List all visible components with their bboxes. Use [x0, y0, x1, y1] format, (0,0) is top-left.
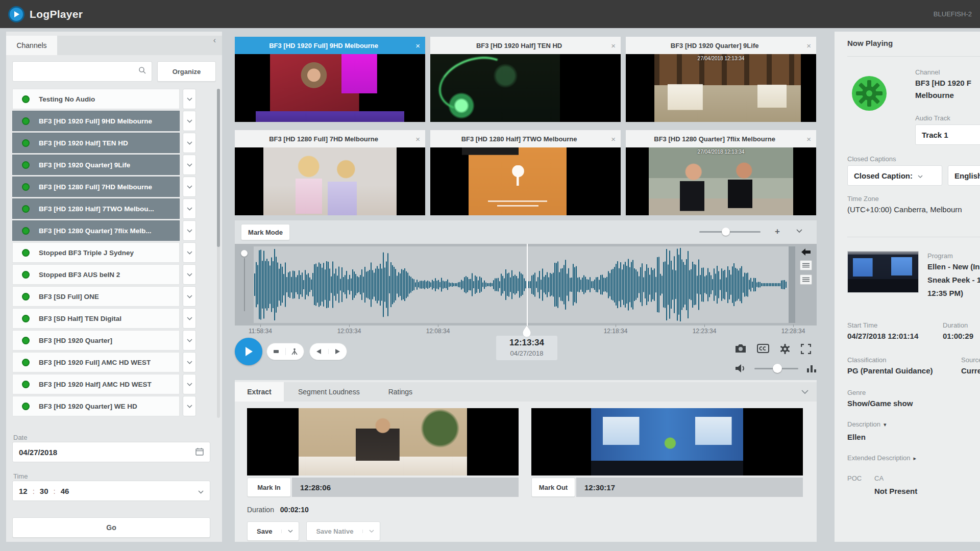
- channel-options-chevron-button[interactable]: [183, 374, 196, 394]
- save-native-chevron-down-icon[interactable]: [362, 530, 380, 533]
- channel-list-scrollbar[interactable]: [217, 89, 220, 418]
- channel-options-chevron-button[interactable]: [183, 352, 196, 372]
- close-icon[interactable]: ×: [608, 41, 616, 50]
- video-thumbnail[interactable]: [430, 54, 621, 122]
- tab-channels[interactable]: Channels: [6, 36, 57, 55]
- step-forward-icon[interactable]: [328, 349, 347, 354]
- channel-item[interactable]: BF3 [HD 1280 Full] 7HD Melbourne: [12, 177, 180, 197]
- video-thumbnail[interactable]: 27/04/2018 12:13:34: [626, 54, 816, 122]
- video-tile[interactable]: BF3 [HD 1920 Full] 9HD Melbourne×: [235, 37, 425, 122]
- channel-item[interactable]: BF3 [HD 1920 Full] AMC HD WEST: [12, 352, 180, 372]
- channel-options-chevron-button[interactable]: [183, 242, 196, 263]
- step-back-icon[interactable]: [310, 349, 328, 354]
- track-list-icon[interactable]: [800, 260, 812, 270]
- waveform-zoom-slider[interactable]: [699, 231, 761, 233]
- calendar-icon[interactable]: [195, 447, 204, 457]
- channel-options-chevron-button[interactable]: [183, 133, 196, 153]
- channel-options-chevron-button[interactable]: [183, 330, 196, 350]
- channel-item[interactable]: Testing No Audio: [12, 89, 180, 109]
- channel-item[interactable]: BF3 [HD 1920 Half] AMC HD WEST: [12, 374, 180, 394]
- audio-track-select[interactable]: Track 1: [915, 124, 980, 145]
- close-icon[interactable]: ×: [608, 135, 616, 143]
- closed-captions-select[interactable]: Closed Caption:: [847, 165, 942, 186]
- cc-language-select[interactable]: English: [948, 165, 980, 186]
- save-native-button[interactable]: Save Native: [306, 521, 380, 541]
- time-input[interactable]: 12 : 30 : 46: [12, 481, 210, 501]
- channel-options-chevron-button[interactable]: [183, 111, 196, 131]
- video-tile-header[interactable]: BF3 [HD 1280 Full] 7HD Melbourne×: [235, 130, 425, 147]
- channel-item[interactable]: BF3 [HD 1280 Quarter] 7flix Melb...: [12, 220, 180, 241]
- mark-in-button[interactable]: Mark In: [247, 478, 291, 497]
- time-minutes[interactable]: 30: [40, 487, 48, 495]
- video-tile-header[interactable]: BF3 [HD 1280 Quarter] 7flix Melbourne×: [626, 130, 816, 147]
- video-thumbnail[interactable]: [235, 54, 425, 122]
- video-tile[interactable]: BF3 [HD 1920 Half] TEN HD×: [430, 37, 621, 122]
- video-thumbnail[interactable]: [430, 147, 621, 215]
- arrow-left-icon[interactable]: [801, 248, 811, 256]
- waveform-panel[interactable]: [235, 244, 817, 325]
- save-button[interactable]: Save: [247, 521, 299, 541]
- date-input[interactable]: 04/27/2018: [12, 442, 210, 462]
- waveform-collapse-chevron-icon[interactable]: [796, 227, 802, 235]
- channel-item[interactable]: BF3 [HD 1920 Half] TEN HD: [12, 133, 180, 153]
- channel-item[interactable]: BF3 [HD 1920 Full] 9HD Melbourne: [12, 111, 180, 131]
- fullscreen-icon[interactable]: [801, 344, 811, 354]
- save-chevron-down-icon[interactable]: [281, 530, 299, 533]
- close-icon[interactable]: ×: [803, 135, 811, 143]
- play-button[interactable]: [235, 338, 262, 365]
- playhead-pin-icon[interactable]: [522, 325, 532, 340]
- channel-item[interactable]: Stopped BF3 Triple J Sydney: [12, 242, 180, 263]
- organize-button[interactable]: Organize: [157, 61, 216, 82]
- volume-slider[interactable]: [754, 368, 798, 369]
- time-chevron-down-icon[interactable]: [198, 487, 204, 495]
- tab-ratings[interactable]: Ratings: [374, 382, 427, 402]
- mark-mode-button[interactable]: Mark Mode: [241, 224, 290, 240]
- tab-extract[interactable]: Extract: [235, 382, 284, 402]
- search-input[interactable]: [12, 61, 152, 82]
- video-thumbnail[interactable]: [235, 147, 425, 215]
- extended-description-label[interactable]: Extended Description▸: [847, 454, 916, 462]
- audio-meter-icon[interactable]: [806, 363, 817, 372]
- channel-item[interactable]: BF3 [SD Full] ONE: [12, 286, 180, 307]
- collapse-panel-icon[interactable]: ‹: [213, 36, 216, 45]
- video-tile-header[interactable]: BF3 [HD 1920 Half] TEN HD×: [430, 37, 621, 54]
- channel-item[interactable]: Stopped BF3 AUS beIN 2: [12, 264, 180, 285]
- speaker-icon[interactable]: [735, 363, 746, 373]
- extract-collapse-chevron-icon[interactable]: [801, 387, 808, 396]
- video-tile[interactable]: BF3 [HD 1280 Quarter] 7flix Melbourne×27…: [626, 130, 816, 215]
- time-seconds[interactable]: 46: [61, 487, 69, 495]
- video-thumbnail[interactable]: 27/04/2018 12:13:34: [626, 147, 816, 215]
- go-button[interactable]: Go: [12, 517, 210, 538]
- close-icon[interactable]: ×: [412, 41, 420, 50]
- video-tile-header[interactable]: BF3 [HD 1920 Full] 9HD Melbourne×: [235, 37, 425, 54]
- channel-options-chevron-button[interactable]: [183, 396, 196, 416]
- video-tile-header[interactable]: BF3 [HD 1280 Half] 7TWO Melbourne×: [430, 130, 621, 147]
- channel-options-chevron-button[interactable]: [183, 198, 196, 219]
- go-to-live-antenna-icon[interactable]: [285, 348, 304, 355]
- close-icon[interactable]: ×: [803, 41, 811, 50]
- channel-options-chevron-button[interactable]: [183, 220, 196, 241]
- channel-options-chevron-button[interactable]: [183, 308, 196, 329]
- track-list-icon[interactable]: [800, 274, 812, 285]
- channel-options-chevron-button[interactable]: [183, 89, 196, 109]
- channel-item[interactable]: BF3 [HD 1280 Half] 7TWO Melbou...: [12, 198, 180, 219]
- tab-segment-loudness[interactable]: Segment Loudness: [284, 382, 374, 402]
- channel-item[interactable]: BF3 [HD 1920 Quarter] 9Life: [12, 155, 180, 175]
- mark-out-button[interactable]: Mark Out: [531, 478, 575, 497]
- channel-item[interactable]: BF3 [HD 1920 Quarter]: [12, 330, 180, 350]
- video-tile[interactable]: BF3 [HD 1280 Half] 7TWO Melbourne×: [430, 130, 621, 215]
- audio-waveform[interactable]: [254, 246, 789, 323]
- stop-frame-icon[interactable]: [267, 349, 285, 354]
- zoom-in-plus-icon[interactable]: +: [775, 227, 780, 237]
- description-label[interactable]: Description▾: [847, 420, 887, 428]
- channel-options-chevron-button[interactable]: [183, 155, 196, 175]
- video-tile-header[interactable]: BF3 [HD 1920 Quarter] 9Life×: [626, 37, 816, 54]
- time-hours[interactable]: 12: [19, 487, 28, 495]
- waveform-vertical-zoom-slider[interactable]: [241, 249, 248, 320]
- channel-options-chevron-button[interactable]: [183, 264, 196, 285]
- channel-options-chevron-button[interactable]: [183, 177, 196, 197]
- channel-options-chevron-button[interactable]: [183, 286, 196, 307]
- channel-item[interactable]: BF3 [HD 1920 Quarter] WE HD: [12, 396, 180, 416]
- gear-settings-icon[interactable]: [780, 344, 790, 354]
- video-tile[interactable]: BF3 [HD 1280 Full] 7HD Melbourne×: [235, 130, 425, 215]
